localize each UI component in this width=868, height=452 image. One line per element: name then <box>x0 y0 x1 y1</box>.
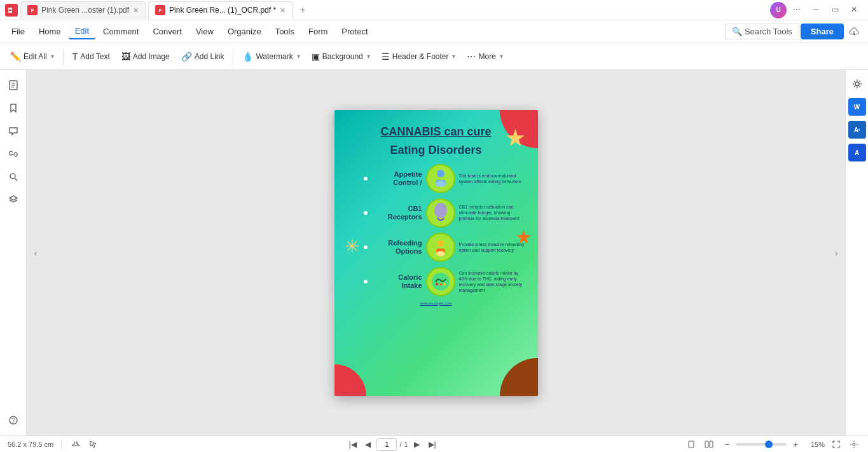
select-tool-button[interactable] <box>87 438 100 451</box>
menu-file[interactable]: File <box>5 24 31 39</box>
menu-bar: File Home Edit Comment Convert View Orga… <box>0 20 868 43</box>
svg-point-14 <box>434 203 447 218</box>
tab-2-close[interactable]: ✕ <box>280 6 286 15</box>
toolbar-sep-1 <box>63 49 64 64</box>
cloud-upload-icon[interactable] <box>845 23 863 41</box>
header-footer-button[interactable]: ☰ Header & Footer <box>376 49 461 64</box>
ai-assistant-icon[interactable]: AI <box>848 121 866 139</box>
more-icon: ⋯ <box>467 51 476 62</box>
window-more-button[interactable]: ⋯ <box>788 2 806 17</box>
menu-edit[interactable]: Edit <box>69 24 95 39</box>
tab-1[interactable]: P Pink Green ...oster (1).pdf ✕ <box>20 1 146 19</box>
watermark-icon: 💧 <box>242 51 253 62</box>
window-minimize-button[interactable]: ─ <box>807 2 825 17</box>
page-last-button[interactable]: ▶| <box>426 438 439 451</box>
menu-tools[interactable]: Tools <box>269 24 301 39</box>
sidebar-layers-icon[interactable] <box>3 189 24 210</box>
status-settings-button[interactable] <box>848 438 860 451</box>
tab-add-button[interactable]: + <box>295 3 310 18</box>
file-icon-1: P <box>27 5 38 15</box>
pdf-bullet-3 <box>364 245 368 249</box>
zoom-in-button[interactable]: + <box>789 438 802 451</box>
pdf-desc-3: Provide a less invasive refeeding option… <box>459 242 525 253</box>
page-next-button[interactable]: ▶ <box>411 438 424 451</box>
image-icon: 🖼 <box>121 51 130 62</box>
pdf-bullet-4 <box>364 280 368 284</box>
add-text-button[interactable]: T Add Text <box>67 49 115 64</box>
page-first-button[interactable]: |◀ <box>346 438 359 451</box>
single-page-view-button[interactable] <box>685 438 698 451</box>
svg-point-13 <box>436 181 446 187</box>
background-button[interactable]: ▣ Background <box>307 49 375 64</box>
scroll-right-arrow[interactable]: › <box>830 247 843 259</box>
pdf-bullet-2 <box>364 211 368 215</box>
sidebar-right: W AI A <box>845 70 868 435</box>
menu-organize[interactable]: Organize <box>221 24 268 39</box>
word-blue-icon[interactable]: A <box>848 144 866 161</box>
share-button[interactable]: Share <box>801 24 844 39</box>
sidebar-search-icon[interactable] <box>3 167 24 187</box>
watermark-button[interactable]: 💧 Watermark <box>237 49 305 64</box>
page-sep: / <box>399 441 401 448</box>
more-button[interactable]: ⋯ More <box>462 49 507 64</box>
svg-point-11 <box>437 170 444 177</box>
search-tools-button[interactable]: 🔍 Search Tools <box>725 24 799 39</box>
svg-rect-2 <box>9 10 11 11</box>
tab-1-close[interactable]: ✕ <box>133 6 139 15</box>
sidebar-bookmark-icon[interactable] <box>3 98 24 118</box>
svg-rect-1 <box>9 9 11 10</box>
canvas-area[interactable]: ‹ ✳ CANNABIS can cure Eating Disorders A… <box>27 70 845 435</box>
menu-convert[interactable]: Convert <box>146 24 188 39</box>
file-icon-2: P <box>155 5 165 15</box>
pdf-section-2: CB1Receptors CB1 receptor activation can… <box>364 198 525 228</box>
pdf-subtitle: Eating Disorders <box>345 144 528 158</box>
zoom-thumb <box>765 441 773 448</box>
right-settings-icon[interactable] <box>848 75 866 93</box>
hand-tool-button[interactable] <box>69 438 82 451</box>
tab-2[interactable]: P Pink Green Re... (1)_OCR.pdf * ✕ <box>148 1 293 19</box>
menu-home[interactable]: Home <box>32 24 67 39</box>
edit-all-button[interactable]: ✏️ Edit All <box>5 49 59 64</box>
svg-text:?: ? <box>11 417 15 424</box>
page-prev-button[interactable]: ◀ <box>361 438 374 451</box>
window-close-button[interactable]: ✕ <box>845 2 863 17</box>
svg-point-7 <box>10 174 15 179</box>
pdf-circle-4 <box>426 267 455 296</box>
tab-1-label: Pink Green ...oster (1).pdf <box>41 6 129 15</box>
zoom-out-button[interactable]: − <box>720 438 733 451</box>
svg-rect-25 <box>710 441 713 448</box>
menu-comment[interactable]: Comment <box>97 24 145 39</box>
header-footer-label: Header & Footer <box>392 52 449 61</box>
menu-form[interactable]: Form <box>302 24 334 39</box>
sidebar-help-icon[interactable]: ? <box>3 410 24 430</box>
more-label: More <box>478 52 495 61</box>
main-content: ? ‹ ✳ CANNABIS can cure Eating Disorders… <box>0 70 868 435</box>
link-icon: 🔗 <box>181 51 192 62</box>
svg-line-8 <box>15 178 17 181</box>
zoom-controls: − + 15% <box>720 438 825 451</box>
add-link-button[interactable]: 🔗 Add Link <box>176 49 230 64</box>
menu-protect[interactable]: Protect <box>335 24 374 39</box>
pdf-desc-4: Can increase caloric intake by 40% due t… <box>459 270 525 293</box>
sidebar-page-icon[interactable] <box>3 75 24 95</box>
add-image-button[interactable]: 🖼 Add Image <box>116 49 175 64</box>
status-bar: 56.2 x 79.5 cm |◀ ◀ / 1 ▶ ▶| − + 15% <box>0 435 868 452</box>
background-label: Background <box>322 52 363 61</box>
deco-brown-bottom-right <box>500 358 538 396</box>
page-number-input[interactable] <box>376 438 397 451</box>
add-image-label: Add Image <box>133 52 170 61</box>
window-maximize-button[interactable]: ▭ <box>826 2 844 17</box>
user-avatar[interactable]: U <box>770 2 787 18</box>
fullscreen-button[interactable] <box>830 438 843 451</box>
sidebar-link-icon[interactable] <box>3 144 24 164</box>
search-tools-label: Search Tools <box>745 27 792 36</box>
svg-rect-24 <box>705 441 708 448</box>
sidebar-comment-icon[interactable] <box>3 121 24 141</box>
menu-view[interactable]: View <box>189 24 220 39</box>
zoom-slider[interactable] <box>736 443 787 446</box>
word-icon[interactable]: W <box>848 98 866 116</box>
pdf-circle-2 <box>426 198 455 228</box>
scroll-left-arrow[interactable]: ‹ <box>29 247 42 259</box>
double-page-view-button[interactable] <box>703 438 715 451</box>
svg-point-22 <box>855 82 859 86</box>
